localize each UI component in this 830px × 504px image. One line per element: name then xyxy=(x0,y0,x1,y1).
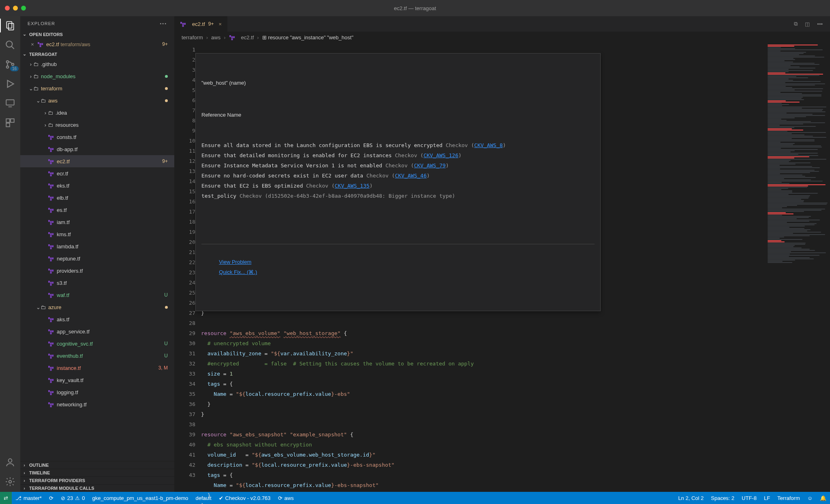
svg-rect-34 xyxy=(50,175,52,177)
file-item[interactable]: ›aks.tf xyxy=(20,313,174,325)
checkov-rule-link[interactable]: CKV_AWS_46 xyxy=(395,173,426,179)
folder-item[interactable]: ⌄🗀terraform xyxy=(20,82,174,94)
window-controls xyxy=(5,6,26,11)
checkov-rule-link[interactable]: CKV_AWS_126 xyxy=(424,152,458,158)
file-item[interactable]: ›kms.tf xyxy=(20,228,174,240)
open-editor-item[interactable]: × ec2.tf terraform/aws 9+ xyxy=(20,38,174,50)
svg-line-3 xyxy=(11,46,14,49)
file-item[interactable]: ›cognitive_svc.tfU xyxy=(20,337,174,350)
outline-section[interactable]: ›OUTLINE xyxy=(20,461,174,469)
sync-icon[interactable]: ⟳ xyxy=(45,492,57,504)
open-editors-section[interactable]: ⌄OPEN EDITORS xyxy=(20,30,174,38)
terraform-file-icon xyxy=(48,328,54,335)
remote-indicator[interactable]: ⇄ xyxy=(0,492,12,504)
svg-rect-41 xyxy=(52,197,53,199)
file-item[interactable]: ›db-app.tf xyxy=(20,143,174,155)
svg-rect-64 xyxy=(50,270,52,272)
file-item[interactable]: ›consts.tf xyxy=(20,131,174,143)
file-item[interactable]: ›neptune.tf xyxy=(20,252,174,265)
quick-fix-link[interactable]: Quick Fix... (⌘.) xyxy=(219,269,257,275)
close-editor-icon[interactable]: × xyxy=(29,41,36,47)
file-item[interactable]: ›es.tf xyxy=(20,204,174,216)
checkov-rule-link[interactable]: CKV_AWS_79 xyxy=(414,162,445,169)
file-item[interactable]: ›ec2.tf9+ xyxy=(20,155,174,167)
file-item[interactable]: ›lambda.tf xyxy=(20,240,174,252)
file-item[interactable]: ›providers.tf xyxy=(20,265,174,277)
split-editor-icon[interactable]: ◫ xyxy=(805,21,810,27)
file-item[interactable]: ›eks.tf xyxy=(20,179,174,192)
file-item[interactable]: ›instance.tf3, M xyxy=(20,362,174,374)
svg-rect-106 xyxy=(50,406,52,408)
k8s-context[interactable]: gke_compute_pm_us_east1-b_pm-demo xyxy=(89,492,192,504)
terraform-file-icon xyxy=(48,280,54,286)
svg-rect-53 xyxy=(52,233,53,235)
code-content[interactable]: "web_host" (name) Reference Name Ensure … xyxy=(195,43,830,492)
terraform-file-icon xyxy=(48,170,54,177)
svg-rect-85 xyxy=(52,343,53,345)
terraform-file-icon xyxy=(48,134,54,140)
svg-rect-68 xyxy=(50,282,52,284)
folder-item[interactable]: ›🗀resources xyxy=(20,119,174,131)
svg-rect-70 xyxy=(50,284,52,286)
checkov-rule-link[interactable]: CKV_AWS_8 xyxy=(474,142,503,148)
file-item[interactable]: ›waf.tfU xyxy=(20,289,174,301)
explorer-icon[interactable] xyxy=(5,20,15,31)
terraform-file-icon xyxy=(48,158,54,164)
settings-gear-icon[interactable] xyxy=(5,476,15,487)
tab-ec2[interactable]: ec2.tf 9+ × xyxy=(174,16,228,32)
folder-item[interactable]: ›🗀.idea xyxy=(20,107,174,119)
explorer-sidebar: EXPLORER ••• ⌄OPEN EDITORS × ec2.tf terr… xyxy=(20,16,174,492)
more-icon[interactable]: ••• xyxy=(817,21,823,27)
svg-rect-104 xyxy=(50,404,52,406)
editor-area[interactable]: 1234567891011121314151617181920212223242… xyxy=(174,43,830,492)
svg-rect-25 xyxy=(52,148,53,150)
file-item[interactable]: ›ecr.tf xyxy=(20,167,174,179)
svg-rect-49 xyxy=(52,221,53,223)
file-item[interactable]: ›logging.tf xyxy=(20,386,174,398)
view-problem-link[interactable]: View Problem xyxy=(219,259,251,265)
svg-point-5 xyxy=(6,66,9,68)
terraform-file-icon xyxy=(48,194,54,201)
folder-item[interactable]: ›🗀node_modules xyxy=(20,70,174,82)
svg-rect-16 xyxy=(40,43,41,45)
minimize-window-button[interactable] xyxy=(13,6,18,11)
file-item[interactable]: ›s3.tf xyxy=(20,277,174,289)
file-item[interactable]: ›key_vault.tf xyxy=(20,374,174,386)
accounts-icon[interactable] xyxy=(5,457,15,468)
search-icon[interactable] xyxy=(5,40,15,50)
svg-rect-61 xyxy=(52,258,53,260)
run-debug-icon[interactable] xyxy=(5,79,15,89)
svg-rect-43 xyxy=(48,208,50,210)
compare-icon[interactable]: ⧉ xyxy=(794,21,798,27)
explorer-more-icon[interactable]: ••• xyxy=(160,21,167,26)
scm-icon[interactable]: 16 xyxy=(5,59,15,70)
file-item[interactable]: ›networking.tf xyxy=(20,398,174,410)
svg-rect-77 xyxy=(52,318,53,320)
file-item[interactable]: ›elb.tf xyxy=(20,192,174,204)
close-tab-icon[interactable]: × xyxy=(218,21,222,27)
minimap[interactable] xyxy=(765,43,830,492)
folder-section[interactable]: ⌄TERRAGOAT xyxy=(20,50,174,58)
file-item[interactable]: ›eventhub.tfU xyxy=(20,350,174,362)
svg-rect-98 xyxy=(50,381,52,383)
svg-rect-82 xyxy=(50,333,52,335)
folder-item[interactable]: ⌄🗀azure xyxy=(20,301,174,313)
terraform-file-icon xyxy=(48,231,54,237)
svg-rect-110 xyxy=(182,25,184,27)
checkov-rule-link[interactable]: CKV_AWS_135 xyxy=(335,183,370,189)
extensions-icon[interactable] xyxy=(5,117,15,128)
folder-item[interactable]: ›🗀.github xyxy=(20,58,174,70)
file-item[interactable]: ›iam.tf xyxy=(20,216,174,228)
problems[interactable]: ⊘23 ⚠0 xyxy=(57,492,89,504)
tf-modules-section[interactable]: ›TERRAFORM MODULE CALLS xyxy=(20,484,174,492)
close-window-button[interactable] xyxy=(5,6,10,11)
git-branch[interactable]: ⎇master* xyxy=(12,492,45,504)
file-item[interactable]: ›app_service.tf xyxy=(20,325,174,337)
terraform-file-icon xyxy=(48,243,54,250)
breadcrumb[interactable]: terraform› aws› ec2.tf› ⊞ resource "aws_… xyxy=(174,32,830,43)
maximize-window-button[interactable] xyxy=(21,6,26,11)
remote-explorer-icon[interactable] xyxy=(5,98,15,109)
folder-item[interactable]: ⌄🗀aws xyxy=(20,94,174,107)
timeline-section[interactable]: ›TIMELINE xyxy=(20,469,174,476)
tf-providers-section[interactable]: ›TERRAFORM PROVIDERS xyxy=(20,476,174,484)
